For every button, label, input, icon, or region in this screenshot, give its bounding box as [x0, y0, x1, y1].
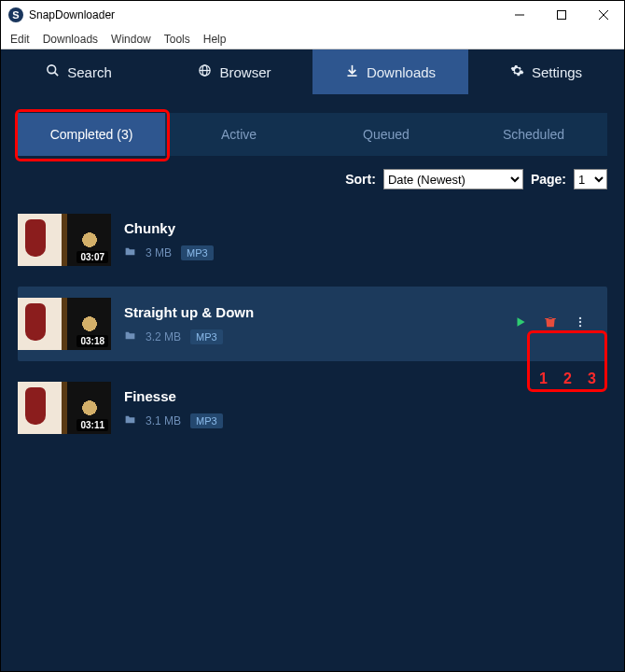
annotation-number: 3 — [588, 371, 596, 387]
item-size: 3 MB — [146, 246, 172, 259]
tab-label: Downloads — [367, 64, 436, 80]
download-list: 03:07 Chunky 3 MB MP3 03:18 — [1, 199, 624, 458]
gear-icon — [510, 63, 524, 80]
list-item[interactable]: 03:11 Finesse 3.1 MB MP3 — [18, 371, 607, 445]
minimize-button[interactable] — [498, 1, 540, 29]
annotation-number: 2 — [563, 371, 572, 387]
tab-browser[interactable]: Browser — [157, 49, 312, 94]
format-badge: MP3 — [190, 413, 223, 428]
menu-downloads[interactable]: Downloads — [43, 33, 98, 46]
list-item[interactable]: 03:07 Chunky 3 MB MP3 — [18, 203, 607, 277]
app-title: SnapDownloader — [29, 8, 115, 21]
thumbnail: 03:11 — [18, 382, 111, 434]
tab-label: Browser — [219, 64, 271, 80]
sub-tabs: Completed (3) Active Queued Scheduled — [18, 113, 607, 156]
search-icon — [46, 63, 60, 80]
format-badge: MP3 — [181, 245, 214, 260]
app-window: S SnapDownloader Edit Downloads Window T… — [0, 0, 625, 672]
app-icon: S — [8, 7, 23, 22]
sort-label: Sort: — [345, 172, 376, 187]
more-icon[interactable] — [574, 315, 587, 332]
thumbnail: 03:18 — [18, 298, 111, 350]
subtab-completed[interactable]: Completed (3) — [18, 113, 165, 156]
svg-rect-1 — [557, 11, 565, 20]
menu-tools[interactable]: Tools — [164, 33, 190, 46]
globe-icon — [198, 63, 212, 80]
folder-icon[interactable] — [124, 413, 136, 428]
download-icon — [345, 63, 359, 80]
tab-search[interactable]: Search — [1, 49, 157, 94]
svg-point-11 — [579, 317, 581, 319]
folder-icon[interactable] — [124, 245, 136, 260]
page-select[interactable]: 1 — [574, 169, 607, 189]
tab-label: Search — [67, 64, 112, 80]
menu-window[interactable]: Window — [111, 33, 151, 46]
item-actions — [514, 315, 598, 332]
duration-badge: 03:11 — [76, 419, 108, 431]
maximize-button[interactable] — [540, 1, 582, 29]
tab-label: Settings — [532, 64, 582, 80]
tab-downloads[interactable]: Downloads — [312, 49, 468, 94]
item-title: Chunky — [124, 220, 598, 236]
close-button[interactable] — [582, 1, 624, 29]
sort-row: Sort: Date (Newest) Page: 1 — [1, 156, 624, 199]
trash-icon[interactable] — [544, 315, 557, 332]
annotation-number: 1 — [539, 371, 548, 387]
sort-select[interactable]: Date (Newest) — [383, 169, 523, 189]
item-title: Straight up & Down — [124, 304, 501, 320]
duration-badge: 03:18 — [76, 335, 108, 347]
thumbnail: 03:07 — [18, 214, 111, 266]
menu-edit[interactable]: Edit — [10, 33, 30, 46]
item-size: 3.1 MB — [146, 414, 181, 427]
svg-point-4 — [48, 65, 56, 74]
list-item[interactable]: 03:18 Straight up & Down 3.2 MB MP3 — [18, 287, 607, 361]
main-tabs: Search Browser Downloads Settings — [1, 49, 624, 94]
item-size: 3.2 MB — [146, 330, 181, 343]
play-icon[interactable] — [514, 315, 527, 332]
tab-settings[interactable]: Settings — [468, 49, 624, 94]
format-badge: MP3 — [190, 329, 223, 344]
content-area: Search Browser Downloads Settings — [1, 49, 624, 671]
folder-icon[interactable] — [124, 329, 136, 344]
svg-line-5 — [55, 72, 59, 76]
svg-point-12 — [579, 321, 581, 323]
menubar: Edit Downloads Window Tools Help — [1, 29, 624, 49]
menu-help[interactable]: Help — [203, 33, 227, 46]
titlebar: S SnapDownloader — [1, 1, 624, 29]
duration-badge: 03:07 — [76, 251, 108, 263]
subtab-queued[interactable]: Queued — [312, 113, 460, 156]
page-label: Page: — [531, 172, 566, 187]
svg-point-13 — [579, 325, 581, 327]
subtab-active[interactable]: Active — [165, 113, 312, 156]
subtab-scheduled[interactable]: Scheduled — [460, 113, 607, 156]
item-title: Finesse — [124, 388, 598, 404]
